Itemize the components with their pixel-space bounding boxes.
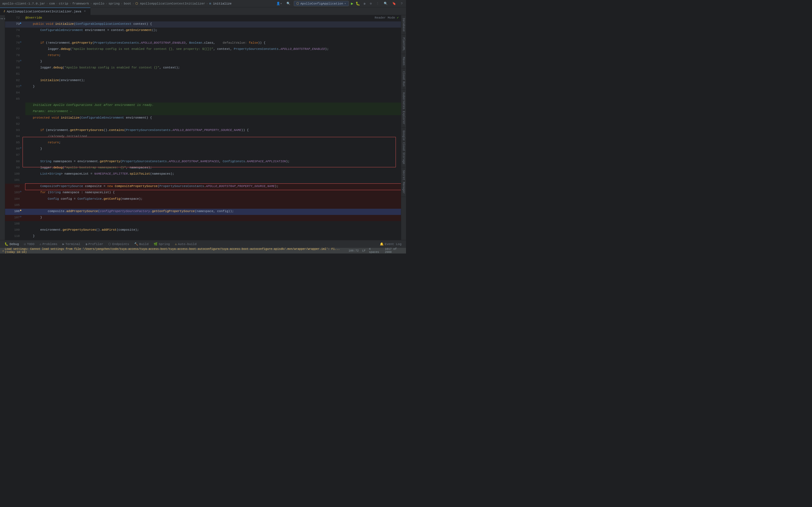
code-cell: String namespaces = environment.getPrope… <box>26 159 401 165</box>
line-number: 79 <box>5 59 20 65</box>
right-tab-cloudrun[interactable]: Cloud Run <box>402 68 406 90</box>
gutter-cell <box>20 15 26 21</box>
line-number: 106 <box>5 209 20 215</box>
code-cell: Params: environment – <box>26 109 401 115</box>
gutter-cell: ○ <box>20 40 26 47</box>
line-number <box>5 103 20 109</box>
breadcrumb-class[interactable]: ⬡ ApolloApplicationContextInitializer <box>135 2 205 5</box>
breadcrumb-boot[interactable]: boot <box>124 2 131 5</box>
table-row: 92 <box>5 121 401 128</box>
code-cell <box>26 90 401 96</box>
reader-mode-label: Reader Mode <box>375 16 395 19</box>
debug-icon: 🐛 <box>4 242 8 246</box>
more-button[interactable]: ⋮ <box>375 1 380 6</box>
settings-button[interactable]: ⚙ <box>369 1 373 6</box>
table-row: 73 ● public void initialize(Configurable… <box>5 21 401 27</box>
run-config[interactable]: ⬡ ApolloConfigApplication ▾ <box>294 1 349 6</box>
search2-button[interactable]: 🔍 <box>383 1 389 6</box>
code-cell: ConfigurableEnvironment environment = co… <box>26 27 401 34</box>
spring-toolbar-btn[interactable]: 🌿 Spring <box>151 242 172 246</box>
line-number: 93 <box>5 128 20 134</box>
gutter-cell <box>20 90 26 96</box>
event-log-label: Event Log <box>385 242 402 246</box>
debug-button[interactable]: 🐛 <box>356 1 360 6</box>
gutter-cell <box>20 96 26 103</box>
project-icon[interactable]: Project <box>0 16 5 21</box>
table-row: 74 ConfigurableEnvironment environment =… <box>5 27 401 34</box>
code-cell: environment.getPropertySources().addFirs… <box>26 227 401 233</box>
gutter-cell <box>20 109 26 115</box>
event-log-btn[interactable]: 🔔 Event Log <box>377 242 404 246</box>
code-cell: if (!environment.getProperty(PropertySou… <box>26 40 401 47</box>
gutter-cell <box>20 233 26 240</box>
right-tab-plantuml[interactable]: PlantUML <box>402 35 406 54</box>
bookmark-button[interactable]: 🔖 <box>391 1 397 6</box>
code-cell: List<String> namespaceList = NAMESPACE_S… <box>26 171 401 177</box>
code-cell: @Override <box>26 15 401 21</box>
line-number <box>5 109 20 115</box>
reader-mode-bar: Reader Mode ✓ <box>372 15 401 20</box>
help-button[interactable]: ? <box>400 1 404 6</box>
autobuild-toolbar-btn[interactable]: ⚠ Auto-build <box>172 242 199 246</box>
vcs-button[interactable]: 👤▾ <box>275 1 283 6</box>
build-toolbar-btn[interactable]: 🔨 Build <box>132 242 151 246</box>
profiler-toolbar-btn[interactable]: ◑ Profiler <box>83 242 105 246</box>
breadcrumb-spring[interactable]: spring <box>109 2 120 5</box>
line-number: 98 <box>5 159 20 165</box>
table-row: 108 <box>5 221 401 227</box>
breadcrumb-ctrip[interactable]: ctrip <box>59 2 68 5</box>
search-button[interactable]: 🔍 <box>285 1 292 6</box>
reader-mode-check-icon: ✓ <box>397 16 399 19</box>
code-cell: protected void initialize(ConfigurableEn… <box>26 115 401 121</box>
right-tab-gcs[interactable]: Google Cloud Storage <box>402 128 406 167</box>
code-cell: } <box>26 84 401 90</box>
debug-toolbar-btn[interactable]: 🐛 Debug <box>2 242 21 246</box>
status-right: 106:72 LF 4 spaces 1017 of 2000 <box>349 247 404 253</box>
gutter-cell <box>20 128 26 134</box>
left-sidebar: Project <box>0 15 5 240</box>
line-number: 108 <box>5 221 20 227</box>
right-tab-maven[interactable]: Maven <box>402 54 406 68</box>
profiler-icon: ◑ <box>86 242 87 246</box>
breadcrumb-apollo[interactable]: apollo <box>93 2 105 5</box>
run-button[interactable]: ▶ <box>351 1 353 6</box>
code-container[interactable]: 72 @Override 73 ● public void initialize… <box>5 15 401 240</box>
code-table: 72 @Override 73 ● public void initialize… <box>5 15 401 240</box>
build-label: Build <box>139 242 149 246</box>
gutter-cell <box>20 159 26 165</box>
right-tab-secret[interactable]: Secret Manager <box>402 167 406 197</box>
todo-toolbar-btn[interactable]: ☑ TODO <box>22 242 37 246</box>
autobuild-label: Auto-build <box>178 242 197 246</box>
code-cell <box>26 121 401 128</box>
endpoints-toolbar-btn[interactable]: ⬡ Endpoints <box>106 242 131 246</box>
right-tab-kubernetes[interactable]: Kubernetes Explorer <box>402 90 406 128</box>
file-position: 1017 of 2000 <box>385 247 404 253</box>
code-cell: } <box>26 233 401 240</box>
breadcrumb-jar[interactable]: apollo-client-1.7.0.jar <box>2 2 45 5</box>
tab-close-button[interactable]: × <box>83 10 87 13</box>
terminal-label: Terminal <box>65 242 80 246</box>
terminal-toolbar-btn[interactable]: ▶ Terminal <box>60 242 82 246</box>
line-number: 96 <box>5 146 20 152</box>
line-number: 102 <box>5 184 20 190</box>
right-tab-database[interactable]: Database <box>402 15 406 35</box>
gutter-cell: ○ <box>20 215 26 221</box>
problems-icon: ⚠ <box>40 242 42 246</box>
line-number: 101 <box>5 177 20 184</box>
breadcrumb-com[interactable]: com <box>49 2 55 5</box>
status-bar: ⚠ Load settings: Cannot load settings fr… <box>0 248 406 253</box>
code-cell: Config config = ConfigService.getConfig(… <box>26 196 401 203</box>
coverage-button[interactable]: ◑ <box>362 1 366 6</box>
code-cell: logger.debug("Apollo bootstrap config is… <box>26 47 401 53</box>
file-tab[interactable]: J ApolloApplicationContextInitializer.ja… <box>0 8 91 15</box>
endpoints-label: Endpoints <box>112 242 129 246</box>
breadcrumb-method[interactable]: m initialize <box>209 2 232 5</box>
event-log-icon: 🔔 <box>380 242 384 246</box>
problems-toolbar-btn[interactable]: ⚠ Problems <box>37 242 59 246</box>
gutter-cell <box>20 103 26 109</box>
cursor-position: 106:72 <box>349 249 359 252</box>
breadcrumb-framework[interactable]: framework <box>72 2 89 5</box>
gutter-cell <box>20 65 26 71</box>
table-row: 109 environment.getPropertySources().add… <box>5 227 401 233</box>
table-row: 102 CompositePropertySource composite = … <box>5 184 401 190</box>
